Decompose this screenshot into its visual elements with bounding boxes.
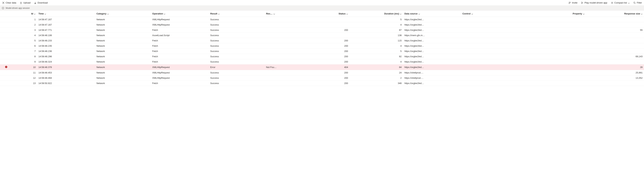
- cell-property: [524, 54, 586, 59]
- table-row[interactable]: 1014:58:48.378NetworkXMLHttpRequestError…: [0, 64, 644, 70]
- cell-operation: Fetch: [151, 59, 209, 64]
- cell-property: [524, 59, 586, 64]
- column-header-operation[interactable]: Operation: [151, 10, 209, 17]
- cell-id: 6: [12, 43, 37, 48]
- cell-reason: [265, 38, 296, 43]
- cell-result: Success: [209, 43, 265, 48]
- cell-property: [524, 43, 586, 48]
- cell-time: 14:58:47.167: [37, 17, 95, 22]
- table-row[interactable]: 614:58:48.235NetworkFetchSuccess2004http…: [0, 43, 644, 48]
- download-button[interactable]: Download: [34, 2, 48, 4]
- toolbar-right: Invite Play model-driven app Compact lis…: [568, 2, 642, 4]
- session-label: Model-driven app session: [6, 7, 30, 9]
- upload-icon: [20, 2, 22, 4]
- cell-duration: 138: [350, 33, 403, 38]
- cell-id: 3: [12, 28, 37, 33]
- cell-result: Success: [209, 81, 265, 86]
- cell-property: [524, 81, 586, 86]
- column-header-control[interactable]: Control: [461, 10, 524, 17]
- table-row[interactable]: 814:58:48.296NetworkFetchSuccess20092htt…: [0, 54, 644, 59]
- cell-control: [461, 17, 524, 22]
- cell-operation: Fetch: [151, 81, 209, 86]
- table-row[interactable]: 1214:58:48.494NetworkXMLHttpRequestSucce…: [0, 76, 644, 81]
- list-icon: [611, 2, 613, 4]
- cell-operation: XMLHttpRequest: [151, 64, 209, 70]
- cell-category: Network: [95, 59, 151, 64]
- chevron-down-icon: [164, 13, 166, 14]
- row-status-icon-cell: [0, 38, 12, 43]
- cell-result: Error: [209, 64, 265, 70]
- cell-property: [524, 22, 586, 28]
- cell-id: 11: [12, 70, 37, 76]
- cell-property: [524, 33, 586, 38]
- table-row[interactable]: 214:58:47.167NetworkXMLHttpRequestSucces…: [0, 22, 644, 28]
- cell-category: Network: [95, 70, 151, 76]
- cell-duration: 348: [350, 81, 403, 86]
- cell-reason: [265, 81, 296, 86]
- upload-button[interactable]: Upload: [20, 2, 30, 4]
- cell-operation: Fetch: [151, 54, 209, 59]
- cell-time: 14:58:50.922: [37, 81, 95, 86]
- table-header: Id Time Category Operation Result Res… S…: [0, 10, 644, 17]
- cell-operation: XMLHttpRequest: [151, 17, 209, 22]
- cell-id: 4: [12, 33, 37, 38]
- cell-time: 14:58:48.324: [37, 59, 95, 64]
- cell-operation: XMLHttpRequest: [151, 22, 209, 28]
- cell-datasource: https://orgbe1fed…: [403, 22, 461, 28]
- column-label: Data source: [404, 12, 418, 15]
- cell-time: 14:58:48.233: [37, 38, 95, 43]
- cell-category: Network: [95, 33, 151, 38]
- play-app-button[interactable]: Play model-driven app: [581, 2, 607, 4]
- row-status-icon-cell: [0, 28, 12, 33]
- cell-result: Success: [209, 76, 265, 81]
- column-label: Operation: [152, 12, 163, 15]
- filter-button[interactable]: Filter: [633, 2, 642, 4]
- cell-status: [296, 22, 350, 28]
- cell-reason: [265, 48, 296, 54]
- cell-id: 13: [12, 81, 37, 86]
- cell-datasource: https://orgbe1fed…: [403, 54, 461, 59]
- cell-result: Success: [209, 48, 265, 54]
- column-header-time[interactable]: Time: [37, 10, 95, 17]
- column-header-icon: [0, 10, 12, 17]
- invite-button[interactable]: Invite: [568, 2, 578, 4]
- cell-property: [524, 17, 586, 22]
- column-header-property[interactable]: Property: [524, 10, 586, 17]
- column-header-datasource[interactable]: Data source: [403, 10, 461, 17]
- cell-operation: XMLHttpRequest: [151, 70, 209, 76]
- cell-status: [296, 33, 350, 38]
- session-bar: Model-driven app session: [0, 6, 644, 10]
- column-label: Id: [31, 12, 33, 15]
- column-header-status[interactable]: Status: [296, 10, 350, 17]
- cell-property: [524, 64, 586, 70]
- column-header-result[interactable]: Result: [209, 10, 265, 17]
- cell-status: 200: [296, 48, 350, 54]
- column-header-responsesize[interactable]: Response size: [586, 10, 644, 17]
- table-row[interactable]: 1314:58:50.922NetworkFetchSuccess200348h…: [0, 81, 644, 86]
- clear-data-label: Clear data: [6, 2, 16, 4]
- column-header-duration[interactable]: Duration (ms): [350, 10, 403, 17]
- cell-operation: Fetch: [151, 38, 209, 43]
- cell-id: 2: [12, 22, 37, 28]
- cell-result: Success: [209, 38, 265, 43]
- table-row[interactable]: 714:58:48.236NetworkFetchSuccess2005http…: [0, 48, 644, 54]
- cell-control: [461, 28, 524, 33]
- table-row[interactable]: 314:58:47.771NetworkFetchSuccess20087htt…: [0, 28, 644, 33]
- column-header-category[interactable]: Category: [95, 10, 151, 17]
- table-row[interactable]: 914:58:48.324NetworkFetchSuccess2004http…: [0, 59, 644, 64]
- cell-control: [461, 70, 524, 76]
- cell-result: Success: [209, 33, 265, 38]
- cell-control: [461, 54, 524, 59]
- column-header-id[interactable]: Id: [12, 10, 37, 17]
- cell-reason: [265, 76, 296, 81]
- table-row[interactable]: 1114:58:48.453NetworkXMLHttpRequestSucce…: [0, 70, 644, 76]
- clear-data-button[interactable]: Clear data: [2, 2, 16, 4]
- monitor-table-container: Id Time Category Operation Result Res… S…: [0, 10, 644, 86]
- compact-list-button[interactable]: Compact list: [611, 2, 630, 4]
- cell-datasource: https://shellprod.…: [403, 70, 461, 76]
- table-row[interactable]: 514:58:48.233NetworkFetchSuccess200115ht…: [0, 38, 644, 43]
- table-row[interactable]: 414:58:48.106NetworkAssetLoad.ScriptSucc…: [0, 33, 644, 38]
- table-row[interactable]: 114:58:47.167NetworkXMLHttpRequestSucces…: [0, 17, 644, 22]
- column-header-reason[interactable]: Res…: [265, 10, 296, 17]
- filter-icon: [633, 2, 636, 4]
